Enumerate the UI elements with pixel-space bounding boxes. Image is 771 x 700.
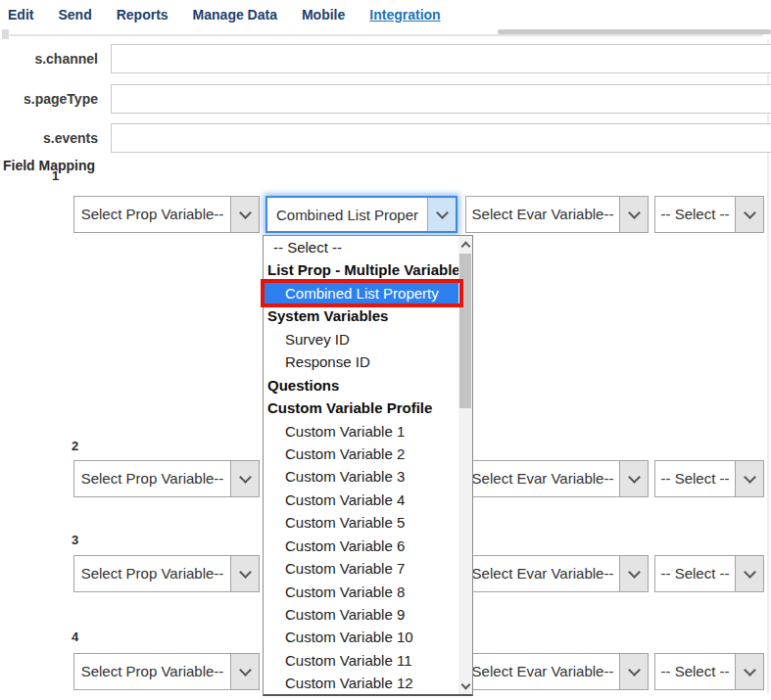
chevron-down-icon (735, 556, 763, 591)
evar-variable-select-row3[interactable]: Select Evar Variable-- (465, 555, 649, 592)
form-row: s.events (0, 123, 771, 153)
dropdown-options: -- Select --List Prop - Multiple Variabl… (264, 236, 458, 694)
dropdown-option[interactable]: Custom Variable 2 (264, 443, 458, 465)
horizontal-scrollbar-thumb[interactable] (498, 29, 771, 34)
select-value: Select Prop Variable-- (74, 556, 230, 591)
select-value: Combined List Proper (267, 198, 427, 231)
dropdown-option[interactable]: Custom Variable 7 (264, 557, 458, 580)
chevron-down-icon (735, 197, 763, 232)
prop-variable-select-row1[interactable]: Select Prop Variable-- (73, 196, 260, 233)
chevron-down-icon (619, 461, 648, 496)
mapping-row: Select Prop Variable--Combined List Prop… (0, 196, 771, 233)
prop-variable-select-row3[interactable]: Select Prop Variable-- (73, 555, 260, 592)
select-value: -- Select -- (655, 654, 735, 689)
event-variable-select-row2[interactable]: -- Select -- (654, 460, 764, 497)
select-value: Select Evar Variable-- (466, 197, 619, 232)
dropdown-option[interactable]: Custom Variable 12 (264, 672, 458, 694)
field-mapping-title: Field Mapping (3, 158, 95, 173)
chevron-down-icon (619, 556, 648, 591)
mapping-row-number: 1 (52, 168, 59, 183)
nav-item-mobile[interactable]: Mobile (302, 7, 345, 23)
scroll-down-icon[interactable] (458, 677, 472, 693)
dropdown-option[interactable]: -- Select -- (264, 236, 458, 258)
evar-variable-select-row1[interactable]: Select Evar Variable-- (465, 196, 649, 233)
select-value: Select Prop Variable-- (74, 197, 230, 232)
dropdown-option[interactable]: Combined List Property (264, 282, 458, 304)
dropdown-group-header: List Prop - Multiple Variable (264, 258, 458, 281)
dropdown-option[interactable]: Survey ID (264, 328, 458, 350)
nav-item-integration[interactable]: Integration (369, 7, 440, 23)
event-variable-select-row3[interactable]: -- Select -- (654, 555, 764, 592)
event-variable-select-row1[interactable]: -- Select -- (654, 196, 764, 233)
evar-variable-select-row2[interactable]: Select Evar Variable-- (465, 460, 649, 497)
chevron-down-icon (619, 197, 648, 232)
dropdown-scrollbar[interactable] (458, 236, 472, 694)
dropdown-option[interactable]: Response ID (264, 350, 458, 373)
top-nav: EditSendReportsManage DataMobileIntegrat… (8, 7, 441, 23)
dropdown-option[interactable]: Custom Variable 3 (264, 465, 458, 488)
select-value: Select Evar Variable-- (466, 654, 619, 689)
select-value: Select Evar Variable-- (466, 556, 619, 591)
select-value: Select Prop Variable-- (74, 654, 230, 689)
event-variable-select-row4[interactable]: -- Select -- (654, 653, 764, 690)
nav-item-send[interactable]: Send (58, 7, 91, 23)
s-channel-input[interactable] (111, 44, 771, 73)
chevron-down-icon (735, 654, 763, 689)
chevron-down-icon (230, 654, 259, 689)
field-label: s.pageType (0, 84, 98, 114)
list-variable-select-row1[interactable]: Combined List Proper (265, 196, 458, 233)
dropdown-option[interactable]: Custom Variable 1 (264, 420, 458, 443)
form-row: s.pageType (0, 84, 771, 114)
dropdown-option[interactable]: Custom Variable 11 (264, 649, 458, 672)
chevron-down-icon (230, 197, 259, 232)
s-pagetype-input[interactable] (111, 84, 771, 114)
mapping-row-number: 2 (72, 439, 78, 453)
nav-item-manage-data[interactable]: Manage Data (193, 7, 277, 23)
chevron-down-icon (230, 461, 259, 496)
select-value: -- Select -- (655, 461, 735, 496)
dropdown-option[interactable]: Custom Variable 10 (264, 626, 458, 648)
select-value: -- Select -- (655, 556, 735, 591)
select-value: -- Select -- (655, 197, 735, 232)
dropdown-option[interactable]: Custom Variable 8 (264, 581, 458, 603)
mapping-row-number: 4 (72, 630, 78, 644)
scrollbar-thumb[interactable] (459, 254, 471, 408)
chevron-down-icon (427, 198, 456, 231)
dropdown-option[interactable]: Custom Variable 4 (264, 489, 458, 511)
mapping-row-number: 3 (72, 533, 78, 547)
list-prop-dropdown-open: -- Select --List Prop - Multiple Variabl… (263, 235, 473, 696)
s-events-input[interactable] (111, 123, 771, 153)
section-divider (8, 34, 763, 36)
nav-item-edit[interactable]: Edit (8, 7, 33, 23)
select-value: Select Evar Variable-- (466, 461, 619, 496)
prop-variable-select-row4[interactable]: Select Prop Variable-- (73, 653, 260, 690)
dropdown-option[interactable]: Custom Variable 9 (264, 603, 458, 626)
scroll-up-icon[interactable] (458, 237, 472, 253)
field-label: s.channel (0, 44, 98, 73)
dropdown-group-header: Questions (264, 374, 458, 397)
form-row: s.channel (0, 44, 771, 73)
prop-variable-select-row2[interactable]: Select Prop Variable-- (73, 460, 260, 497)
select-value: Select Prop Variable-- (74, 461, 230, 496)
chevron-down-icon (230, 556, 259, 591)
evar-variable-select-row4[interactable]: Select Evar Variable-- (465, 653, 649, 690)
field-label: s.events (0, 123, 98, 153)
nav-item-reports[interactable]: Reports (117, 7, 169, 23)
dropdown-group-header: Custom Variable Profile (264, 397, 458, 419)
dropdown-group-header: System Variables (264, 304, 458, 327)
chevron-down-icon (735, 461, 763, 496)
chevron-down-icon (619, 654, 648, 689)
dropdown-option[interactable]: Custom Variable 5 (264, 511, 458, 534)
dropdown-option[interactable]: Custom Variable 6 (264, 535, 458, 557)
